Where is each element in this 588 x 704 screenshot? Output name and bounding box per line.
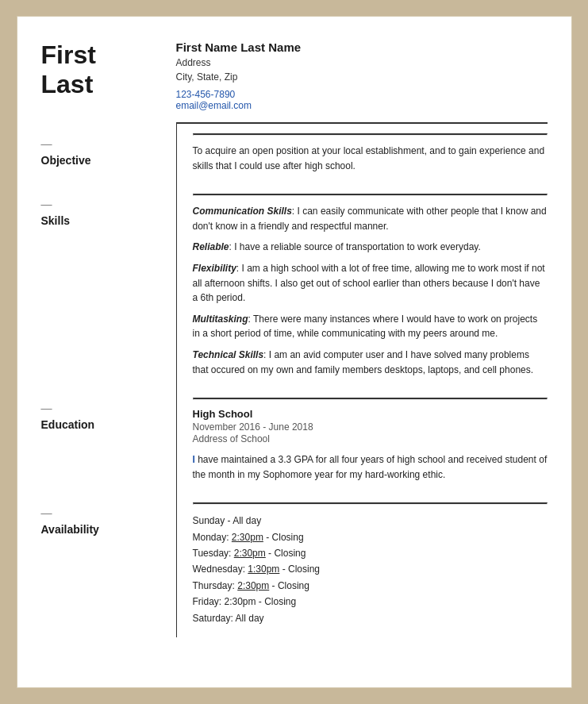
header-row: First Last First Name Last Name Address … (41, 40, 548, 124)
availability-dash: — (41, 507, 160, 520)
objective-dash: — (41, 138, 160, 151)
avail-friday: Friday: 2:30pm - Closing (193, 594, 548, 610)
objective-left: — Objective (41, 124, 176, 184)
education-dash: — (41, 402, 160, 415)
skill-name-communication: Communication Skills (193, 206, 292, 217)
availability-label: Availability (41, 523, 160, 536)
objective-label: Objective (41, 154, 160, 167)
skill-name-technical: Technical Skills (193, 349, 264, 360)
avail-saturday: Saturday: All day (193, 610, 548, 626)
skill-item-multitasking: Multitasking: There were many instances … (193, 312, 548, 341)
contact-full-name: First Name Last Name (176, 40, 548, 54)
skill-name-reliable: Reliable (193, 241, 229, 252)
education-school: High School (193, 408, 548, 420)
skills-left: — Skills (41, 184, 176, 388)
contact-city-state-zip: City, State, Zip (176, 70, 548, 84)
contact-address: Address (176, 56, 548, 70)
avail-wednesday: Wednesday: 1:30pm - Closing (193, 561, 548, 577)
avail-thursday: Thursday: 2:30pm - Closing (193, 578, 548, 594)
resume-name: First Last (41, 40, 160, 99)
education-description: I have maintained a 3.3 GPA for all four… (193, 452, 548, 482)
skill-item-technical: Technical Skills: I am an avid computer … (193, 348, 548, 377)
skill-item-communication: Communication Skills: I can easily commu… (193, 204, 548, 233)
skill-item-flexibility: Flexibility: I am a high school with a l… (193, 261, 548, 306)
avail-tuesday: Tuesday: 2:30pm - Closing (193, 545, 548, 561)
skills-right: Communication Skills: I can easily commu… (176, 184, 548, 388)
skills-section: — Skills Communication Skills: I can eas… (41, 184, 548, 388)
availability-right: Sunday - All day Monday: 2:30pm - Closin… (176, 493, 548, 637)
contact-block: First Name Last Name Address City, State… (176, 40, 548, 124)
availability-left: — Availability (41, 493, 176, 637)
name-line2: Last (41, 70, 94, 98)
skills-label: Skills (41, 214, 160, 227)
skill-item-reliable: Reliable: I have a reliable source of tr… (193, 240, 548, 255)
objective-right: To acquire an open position at your loca… (176, 124, 548, 184)
education-right: High School November 2016 - June 2018 Ad… (176, 388, 548, 493)
name-line1: First (41, 40, 96, 69)
education-dates: November 2016 - June 2018 (193, 421, 548, 433)
skill-name-flexibility: Flexibility (193, 263, 236, 274)
education-left: — Education (41, 388, 176, 493)
objective-text: To acquire an open position at your loca… (193, 144, 548, 173)
contact-email: email@email.com (176, 100, 548, 111)
name-block: First Last (41, 40, 176, 124)
skill-name-multitasking: Multitasking (193, 314, 248, 325)
education-address: Address of School (193, 433, 548, 444)
skills-dash: — (41, 198, 160, 211)
education-section: — Education High School November 2016 - … (41, 388, 548, 493)
availability-section: — Availability Sunday - All day Monday: … (41, 493, 548, 637)
avail-monday: Monday: 2:30pm - Closing (193, 529, 548, 545)
contact-phone: 123-456-7890 (176, 89, 548, 100)
avail-sunday: Sunday - All day (193, 513, 548, 529)
resume-container: First Last First Name Last Name Address … (17, 16, 572, 688)
education-label: Education (41, 418, 160, 431)
objective-section: — Objective To acquire an open position … (41, 124, 548, 184)
